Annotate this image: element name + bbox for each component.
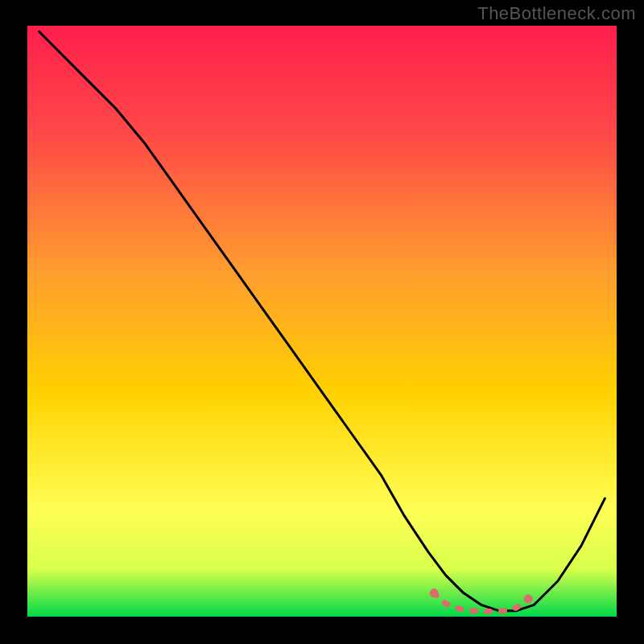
plot-svg: [27, 26, 617, 617]
optimal-region-endpoint: [524, 595, 532, 603]
chart-frame: TheBottleneck.com: [0, 0, 644, 644]
gradient-background: [27, 26, 617, 617]
optimal-region-endpoint: [430, 589, 438, 597]
watermark-text: TheBottleneck.com: [477, 3, 636, 24]
bottleneck-plot: [27, 26, 617, 617]
